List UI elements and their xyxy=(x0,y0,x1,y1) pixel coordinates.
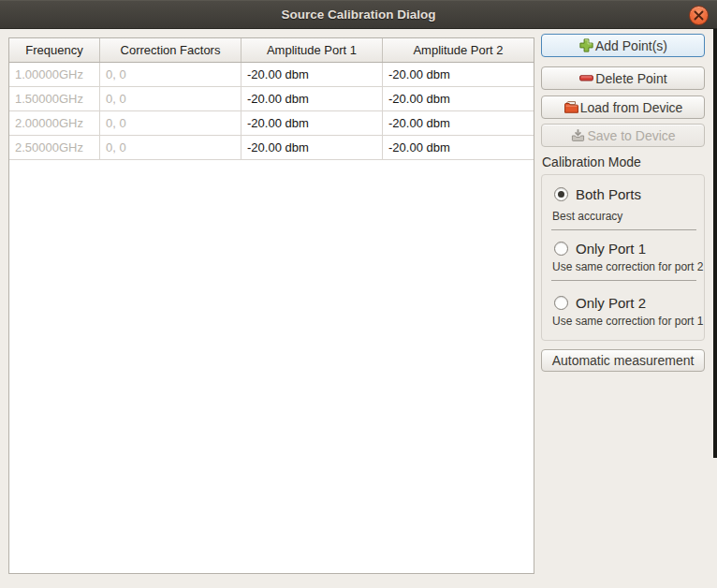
table-cell[interactable]: -20.00 dbm xyxy=(383,63,534,86)
table-cell[interactable]: -20.00 dbm xyxy=(383,136,534,159)
table-cell[interactable]: -20.00 dbm xyxy=(241,87,383,110)
add-points-button[interactable]: Add Point(s) xyxy=(541,34,705,57)
calibration-points-table: FrequencyCorrection FactorsAmplitude Por… xyxy=(8,37,534,574)
table-cell[interactable]: -20.00 dbm xyxy=(383,87,534,110)
table-cell[interactable]: 0, 0 xyxy=(100,63,241,86)
radio-option-both-ports[interactable]: Both Ports xyxy=(554,186,641,202)
close-icon xyxy=(694,10,704,21)
table-header: FrequencyCorrection FactorsAmplitude Por… xyxy=(9,38,534,63)
folder-icon xyxy=(563,99,579,115)
table-cell[interactable]: -20.00 dbm xyxy=(241,111,383,135)
load-from-device-label: Load from Device xyxy=(580,100,683,115)
table-cell[interactable]: -20.00 dbm xyxy=(383,111,534,135)
radio-only-port-1-subtitle: Use same correction for port 2 xyxy=(552,260,703,273)
window-title: Source Calibration Dialog xyxy=(281,7,435,22)
table-cell[interactable]: -20.00 dbm xyxy=(241,136,383,159)
calibration-mode-group: Both Ports Best accuracy Only Port 1 Use… xyxy=(541,174,705,341)
table-row[interactable]: 2.50000GHz0, 0-20.00 dbm-20.00 dbm xyxy=(9,136,534,160)
table-cell[interactable]: 1.00000GHz xyxy=(9,63,100,86)
table-cell[interactable]: 0, 0 xyxy=(100,111,241,135)
plus-icon xyxy=(578,37,594,53)
separator xyxy=(551,229,696,230)
table-cell[interactable]: -20.00 dbm xyxy=(241,63,383,86)
save-icon xyxy=(570,127,586,143)
radio-both-ports[interactable] xyxy=(554,187,568,201)
radio-only-port-2-subtitle: Use same correction for port 1 xyxy=(552,315,703,328)
table-cell[interactable]: 0, 0 xyxy=(100,87,241,110)
table-row[interactable]: 1.50000GHz0, 0-20.00 dbm-20.00 dbm xyxy=(9,87,534,111)
titlebar[interactable]: Source Calibration Dialog xyxy=(0,0,717,29)
radio-only-port-1-label: Only Port 1 xyxy=(576,241,646,257)
table-row[interactable]: 2.00000GHz0, 0-20.00 dbm-20.00 dbm xyxy=(9,111,534,136)
automatic-measurement-button[interactable]: Automatic measurement xyxy=(541,349,705,372)
radio-both-ports-label: Both Ports xyxy=(576,186,641,202)
save-to-device-label: Save to Device xyxy=(587,128,675,143)
background-window-edge xyxy=(713,29,717,458)
radio-option-only-port-1[interactable]: Only Port 1 xyxy=(554,241,646,257)
radio-option-only-port-2[interactable]: Only Port 2 xyxy=(554,295,646,311)
minus-icon xyxy=(578,70,594,86)
radio-only-port-1[interactable] xyxy=(554,242,568,256)
column-header-3[interactable]: Amplitude Port 2 xyxy=(383,38,534,62)
save-to-device-button[interactable]: Save to Device xyxy=(541,124,705,147)
separator xyxy=(551,280,696,281)
column-header-1[interactable]: Correction Factors xyxy=(100,38,241,62)
table-cell[interactable]: 1.50000GHz xyxy=(9,87,100,110)
close-button[interactable] xyxy=(689,6,709,25)
table-row[interactable]: 1.00000GHz0, 0-20.00 dbm-20.00 dbm xyxy=(9,63,534,87)
delete-point-button[interactable]: Delete Point xyxy=(541,66,705,90)
radio-only-port-2-label: Only Port 2 xyxy=(576,295,646,311)
delete-point-label: Delete Point xyxy=(595,71,666,86)
table-body: 1.00000GHz0, 0-20.00 dbm-20.00 dbm1.5000… xyxy=(9,63,534,160)
radio-only-port-2[interactable] xyxy=(554,296,568,310)
table-cell[interactable]: 2.50000GHz xyxy=(9,136,100,159)
radio-both-ports-subtitle: Best accuracy xyxy=(552,210,622,223)
column-header-0[interactable]: Frequency xyxy=(9,38,100,62)
load-from-device-button[interactable]: Load from Device xyxy=(541,96,705,119)
add-points-label: Add Point(s) xyxy=(595,38,667,53)
automatic-measurement-label: Automatic measurement xyxy=(552,353,695,368)
calibration-mode-label: Calibration Mode xyxy=(542,154,641,169)
table-cell[interactable]: 2.00000GHz xyxy=(9,111,100,135)
column-header-2[interactable]: Amplitude Port 1 xyxy=(241,38,383,62)
table-cell[interactable]: 0, 0 xyxy=(100,136,241,159)
